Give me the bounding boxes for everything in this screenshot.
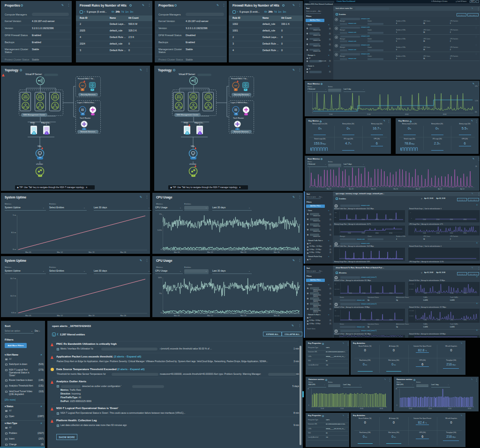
- svg-text:NAT: NAT: [81, 84, 84, 87]
- svg-text:NAT: NAT: [234, 84, 238, 87]
